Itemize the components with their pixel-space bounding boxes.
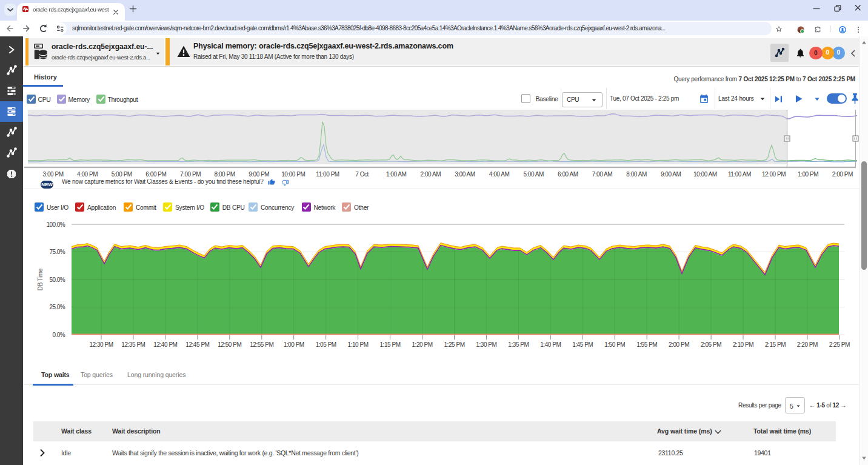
svg-text:1:00 PM: 1:00 PM (284, 341, 304, 348)
svg-text:0.0%: 0.0% (52, 332, 65, 338)
svg-text:1:25 PM: 1:25 PM (444, 341, 464, 348)
svg-text:12:30 PM: 12:30 PM (89, 341, 113, 348)
svg-text:1:15 PM: 1:15 PM (379, 341, 400, 348)
svg-text:1:05 PM: 1:05 PM (316, 341, 336, 348)
svg-text:2:00 AM: 2:00 AM (421, 171, 441, 178)
svg-text:11:00 AM: 11:00 AM (728, 171, 751, 178)
svg-text:6:00 AM: 6:00 AM (558, 171, 578, 178)
svg-text:2:00 PM: 2:00 PM (669, 341, 689, 348)
svg-text:5:00 AM: 5:00 AM (523, 171, 544, 178)
svg-text:1:45 PM: 1:45 PM (572, 341, 593, 348)
svg-text:50.0%: 50.0% (49, 276, 65, 283)
svg-text:1:00 AM: 1:00 AM (386, 171, 407, 178)
svg-text:11:00 PM: 11:00 PM (316, 171, 339, 178)
svg-text:1:35 PM: 1:35 PM (508, 341, 529, 348)
svg-text:8:00 AM: 8:00 AM (626, 171, 647, 178)
svg-text:1:20 PM: 1:20 PM (412, 341, 432, 348)
svg-text:2:00 PM: 2:00 PM (832, 171, 853, 178)
svg-text:9:00 PM: 9:00 PM (249, 171, 269, 178)
svg-text:1:55 PM: 1:55 PM (636, 341, 657, 348)
svg-text:3:00 PM: 3:00 PM (42, 171, 63, 178)
svg-text:6:00 PM: 6:00 PM (145, 171, 166, 178)
svg-text:12:00 PM: 12:00 PM (762, 171, 786, 178)
svg-text:7:00 AM: 7:00 AM (592, 171, 613, 178)
svg-text:1:00 PM: 1:00 PM (798, 171, 818, 178)
svg-text:2:20 PM: 2:20 PM (797, 341, 818, 348)
svg-text:12:45 PM: 12:45 PM (185, 341, 209, 348)
svg-text:12:40 PM: 12:40 PM (153, 341, 177, 348)
svg-text:10:00 PM: 10:00 PM (281, 171, 305, 178)
svg-text:1:30 PM: 1:30 PM (476, 341, 496, 348)
svg-text:1:10 PM: 1:10 PM (348, 341, 369, 348)
svg-text:12:35 PM: 12:35 PM (121, 341, 145, 348)
svg-text:12:50 PM: 12:50 PM (218, 341, 241, 348)
svg-text:2:10 PM: 2:10 PM (733, 341, 753, 348)
svg-text:4:00 AM: 4:00 AM (489, 171, 510, 178)
svg-text:75.0%: 75.0% (49, 249, 65, 255)
svg-text:7 Oct: 7 Oct (355, 171, 369, 178)
svg-text:25.0%: 25.0% (49, 304, 65, 310)
svg-text:8:00 PM: 8:00 PM (215, 171, 235, 178)
svg-text:12:55 PM: 12:55 PM (250, 341, 273, 348)
svg-text:1:40 PM: 1:40 PM (540, 341, 561, 348)
svg-text:9:00 AM: 9:00 AM (661, 171, 681, 178)
svg-text:DB Time: DB Time (37, 268, 44, 290)
svg-text:2:05 PM: 2:05 PM (701, 341, 721, 348)
svg-text:3:00 AM: 3:00 AM (455, 171, 475, 178)
svg-text:2:15 PM: 2:15 PM (765, 341, 786, 348)
svg-text:7:00 PM: 7:00 PM (180, 171, 201, 178)
svg-text:10:00 AM: 10:00 AM (693, 171, 717, 178)
svg-text:4:00 PM: 4:00 PM (77, 171, 98, 178)
svg-text:100.0%: 100.0% (46, 221, 65, 228)
svg-text:2:25 PM: 2:25 PM (829, 341, 850, 348)
svg-text:5:00 PM: 5:00 PM (112, 171, 132, 178)
svg-text:1:50 PM: 1:50 PM (604, 341, 625, 348)
